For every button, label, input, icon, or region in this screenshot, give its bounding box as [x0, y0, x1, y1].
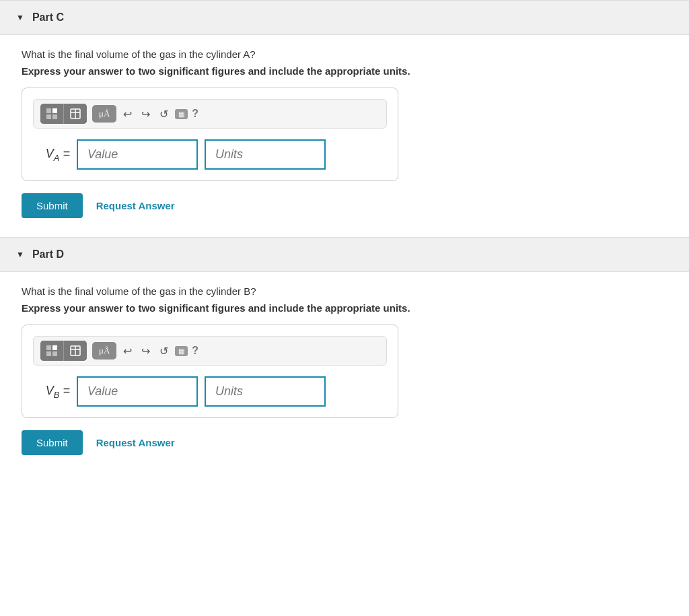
toolbar: μÅ ↩ ↪ ↺ ▦ ? — [33, 99, 387, 129]
undo-button[interactable]: ↩ — [120, 106, 135, 122]
keyboard-button[interactable]: ▦ — [175, 109, 188, 119]
part-c-content: What is the final volume of the gas in t… — [0, 35, 689, 237]
part-c-submit-button[interactable]: Submit — [22, 193, 83, 218]
part-d-answer-box: μÅ ↩ ↪ ↺ ▦ ? VB = — [22, 324, 398, 418]
part-d-content: What is the final volume of the gas in t… — [0, 272, 689, 474]
part-c-section: ▼ Part C What is the final volume of the… — [0, 0, 689, 237]
help-button[interactable]: ? — [192, 345, 198, 357]
part-d-section: ▼ Part D What is the final volume of the… — [0, 237, 689, 474]
matrix-icon — [45, 344, 59, 357]
template-button[interactable] — [64, 341, 87, 361]
template-icon — [69, 344, 82, 357]
part-d-input-row: VB = — [33, 376, 387, 407]
matrix-btn-group — [40, 104, 87, 124]
part-c-input-row: VA = — [33, 139, 387, 170]
svg-rect-3 — [52, 114, 57, 119]
part-d-collapse-arrow[interactable]: ▼ — [16, 250, 24, 259]
part-c-answer-box: μÅ ↩ ↪ ↺ ▦ ? VA = — [22, 88, 398, 181]
svg-rect-8 — [52, 345, 57, 350]
part-c-units-input[interactable] — [205, 139, 326, 170]
part-d-var-label: VB = — [33, 384, 70, 400]
help-button[interactable]: ? — [192, 108, 198, 120]
part-d-instruction: Express your answer to two significant f… — [22, 302, 667, 314]
reset-button[interactable]: ↺ — [157, 106, 171, 122]
svg-rect-1 — [52, 108, 57, 113]
svg-rect-10 — [52, 351, 57, 356]
part-c-instruction: Express your answer to two significant f… — [22, 65, 667, 77]
keyboard-button[interactable]: ▦ — [175, 346, 188, 356]
part-c-collapse-arrow[interactable]: ▼ — [16, 13, 24, 22]
part-c-request-answer-link[interactable]: Request Answer — [96, 200, 175, 211]
part-d-question: What is the final volume of the gas in t… — [22, 285, 667, 297]
matrix-icon — [45, 107, 59, 121]
part-d-action-row: Submit Request Answer — [22, 430, 667, 455]
part-d-submit-button[interactable]: Submit — [22, 430, 83, 455]
part-d-value-input[interactable] — [77, 376, 198, 407]
matrix-btn-group — [40, 341, 87, 361]
template-icon — [69, 107, 82, 121]
part-c-question: What is the final volume of the gas in t… — [22, 48, 667, 60]
part-c-title: Part C — [32, 11, 64, 24]
svg-rect-7 — [46, 345, 51, 350]
part-c-var-label: VA = — [33, 147, 70, 163]
part-c-value-input[interactable] — [77, 139, 198, 170]
part-d-header: ▼ Part D — [0, 237, 689, 272]
svg-rect-2 — [46, 114, 51, 119]
template-button[interactable] — [64, 104, 87, 124]
mu-button[interactable]: μÅ — [92, 105, 116, 123]
part-d-title: Part D — [32, 248, 64, 261]
toolbar: μÅ ↩ ↪ ↺ ▦ ? — [33, 336, 387, 366]
matrix-button[interactable] — [40, 104, 64, 124]
svg-rect-0 — [46, 108, 51, 113]
part-d-request-answer-link[interactable]: Request Answer — [96, 437, 175, 448]
part-c-header: ▼ Part C — [0, 0, 689, 35]
svg-rect-9 — [46, 351, 51, 356]
redo-button[interactable]: ↪ — [139, 343, 153, 359]
undo-button[interactable]: ↩ — [120, 343, 135, 359]
reset-button[interactable]: ↺ — [157, 343, 171, 359]
matrix-button[interactable] — [40, 341, 64, 361]
part-d-units-input[interactable] — [205, 376, 326, 407]
mu-button[interactable]: μÅ — [92, 342, 116, 360]
redo-button[interactable]: ↪ — [139, 106, 153, 122]
part-c-action-row: Submit Request Answer — [22, 193, 667, 218]
